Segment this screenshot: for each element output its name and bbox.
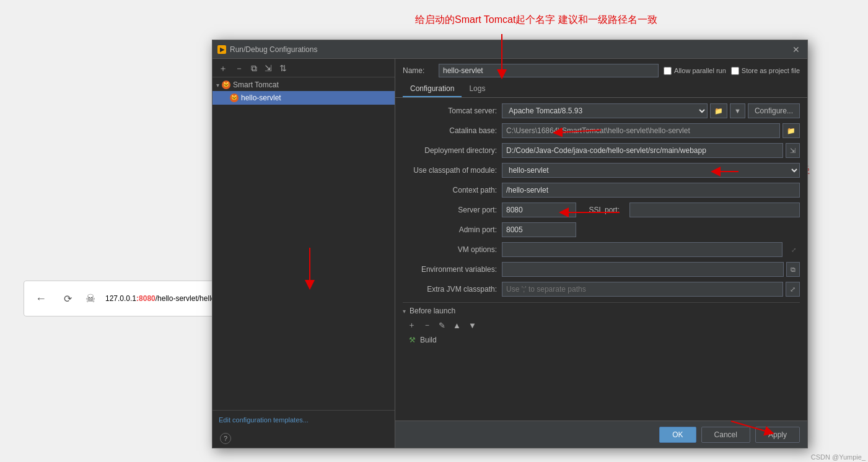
env-vars-label: Environment variables:	[403, 265, 502, 274]
context-path-input[interactable]	[502, 183, 800, 198]
build-item: ⚒ Build	[403, 334, 800, 346]
env-vars-btn[interactable]: ⧉	[786, 262, 800, 277]
ssl-port-label: SSL port:	[581, 206, 625, 214]
dialog-titlebar: ▶ Run/Debug Configurations ✕	[213, 40, 807, 59]
help-button[interactable]: ?	[220, 433, 231, 444]
watermark: CSDN @Yumpie_	[811, 453, 866, 461]
launch-up-btn[interactable]: ▲	[450, 320, 463, 331]
tabs-bar: Configuration Logs	[395, 81, 807, 98]
left-panel-footer: Edit configuration templates...	[213, 410, 395, 429]
remove-config-button[interactable]: －	[232, 63, 246, 74]
dialog-icon: ▶	[217, 45, 226, 54]
allow-parallel-checkbox[interactable]	[664, 67, 672, 75]
launch-remove-btn[interactable]: －	[421, 319, 434, 331]
dialog-title: Run/Debug Configurations	[230, 45, 317, 54]
classpath-select[interactable]: hello-servlet	[502, 163, 800, 178]
vm-options-expand-btn[interactable]: ⤢	[787, 242, 800, 257]
classpath-row: Use classpath of module: hello-servlet	[403, 162, 800, 178]
name-row: Name: Allow parallel run Store as projec…	[395, 59, 807, 81]
browser-url: 127.0.0.1:8080/hello-servlet/hello	[105, 294, 215, 303]
apply-button[interactable]: Apply	[755, 427, 800, 443]
dialog-footer: OK Cancel Apply	[395, 421, 807, 448]
classpath-label: Use classpath of module:	[403, 166, 502, 175]
ok-button[interactable]: OK	[659, 427, 696, 443]
admin-port-row: Admin port:	[403, 222, 800, 238]
copy-config-button[interactable]: ⧉	[248, 63, 260, 74]
tomcat-server-select[interactable]: Apache Tomcat/8.5.93	[502, 103, 708, 118]
left-panel-bottom: ?	[213, 429, 395, 448]
tomcat-server-label: Tomcat server:	[403, 107, 502, 115]
catalina-base-label: Catalina base:	[403, 126, 502, 135]
folder-btn[interactable]: 📁	[710, 103, 727, 118]
before-launch-arrow-icon: ▾	[403, 308, 406, 315]
tomcat-group-icon: 🐱	[222, 81, 230, 89]
left-toolbar: ＋ － ⧉ ⇲ ⇅	[213, 59, 395, 77]
build-icon: ⚒	[408, 336, 416, 344]
left-panel: ＋ － ⧉ ⇲ ⇅ ▾ 🐱 Smart Tomcat 🐱 hello-servl…	[213, 59, 395, 448]
tomcat-server-row: Tomcat server: Apache Tomcat/8.5.93 📁 ▼ …	[403, 103, 800, 119]
context-path-row: Context path:	[403, 182, 800, 198]
smart-tomcat-group: ▾ 🐱 Smart Tomcat 🐱 hello-servlet	[213, 77, 395, 106]
before-launch-header: ▾ Before launch	[403, 307, 800, 315]
admin-port-input[interactable]	[502, 222, 576, 237]
deployment-dir-input[interactable]	[502, 143, 783, 158]
config-content: Tomcat server: Apache Tomcat/8.5.93 📁 ▼ …	[395, 98, 807, 421]
tab-logs[interactable]: Logs	[462, 81, 493, 97]
close-button[interactable]: ✕	[790, 45, 802, 54]
deployment-dir-label: Deployment directory:	[403, 146, 502, 155]
smart-tomcat-label: Smart Tomcat	[233, 81, 279, 89]
vm-options-row: VM options: ⤢	[403, 242, 800, 258]
vm-options-label: VM options:	[403, 245, 502, 254]
env-vars-input[interactable]	[502, 262, 784, 277]
store-project-label: Store as project file	[731, 67, 800, 75]
vm-options-input[interactable]	[502, 242, 783, 257]
reload-button[interactable]: ⟳	[60, 292, 76, 306]
catalina-base-input[interactable]	[502, 123, 780, 138]
edit-templates-link[interactable]: Edit configuration templates...	[219, 416, 309, 424]
hello-servlet-label: hello-servlet	[241, 94, 281, 102]
expand-arrow-icon: ▾	[216, 82, 219, 89]
catalina-folder-btn[interactable]: 📁	[783, 123, 800, 138]
deployment-folder-btn[interactable]: ⇲	[786, 143, 800, 158]
name-input[interactable]	[439, 64, 659, 77]
run-debug-dialog: ▶ Run/Debug Configurations ✕ ＋ － ⧉ ⇲ ⇅ ▾…	[212, 40, 808, 448]
configure-button[interactable]: Configure...	[748, 103, 800, 118]
deployment-dir-row: Deployment directory: ⇲	[403, 142, 800, 159]
server-port-input[interactable]	[502, 203, 576, 217]
extra-jvm-expand-btn[interactable]: ⤢	[786, 282, 800, 297]
allow-parallel-label: Allow parallel run	[664, 67, 726, 75]
dropdown-btn[interactable]: ▼	[730, 103, 745, 118]
globe-icon: ☠	[85, 292, 95, 305]
extra-jvm-label: Extra JVM classpath:	[403, 285, 502, 294]
launch-add-btn[interactable]: ＋	[405, 319, 418, 331]
before-launch-label: Before launch	[410, 307, 455, 315]
hello-servlet-item[interactable]: 🐱 hello-servlet	[213, 91, 395, 105]
extra-jvm-input[interactable]	[502, 282, 783, 297]
tomcat-item-icon: 🐱	[230, 94, 239, 102]
env-vars-row: Environment variables: ⧉	[403, 261, 800, 277]
server-port-label: Server port:	[403, 206, 502, 214]
launch-edit-btn[interactable]: ✎	[436, 320, 448, 331]
config-tree: ▾ 🐱 Smart Tomcat 🐱 hello-servlet	[213, 77, 395, 410]
build-label: Build	[420, 336, 437, 344]
launch-down-btn[interactable]: ▼	[466, 320, 479, 331]
before-launch-section: ▾ Before launch ＋ － ✎ ▲ ▼ ⚒ Build	[403, 302, 800, 346]
cancel-button[interactable]: Cancel	[701, 427, 750, 443]
ports-row: Server port: SSL port:	[403, 202, 800, 218]
sort-config-button[interactable]: ⇅	[277, 63, 289, 74]
store-project-checkbox[interactable]	[731, 67, 739, 75]
catalina-base-row: Catalina base: 📁	[403, 123, 800, 139]
context-path-label: Context path:	[403, 186, 502, 194]
smart-tomcat-group-header[interactable]: ▾ 🐱 Smart Tomcat	[213, 79, 395, 91]
ssl-port-input[interactable]	[629, 203, 800, 217]
back-button[interactable]: ←	[32, 291, 50, 307]
annotation-title: 给启动的Smart Tomcat起个名字 建议和一级路径名一致	[415, 14, 657, 27]
add-config-button[interactable]: ＋	[216, 63, 230, 74]
extra-jvm-row: Extra JVM classpath: ⤢	[403, 281, 800, 297]
right-panel: Name: Allow parallel run Store as projec…	[395, 59, 807, 448]
move-config-button[interactable]: ⇲	[262, 63, 274, 74]
admin-port-label: Admin port:	[403, 225, 502, 234]
tab-configuration[interactable]: Configuration	[403, 81, 462, 97]
launch-toolbar: ＋ － ✎ ▲ ▼	[403, 319, 800, 334]
name-label: Name:	[403, 66, 434, 75]
